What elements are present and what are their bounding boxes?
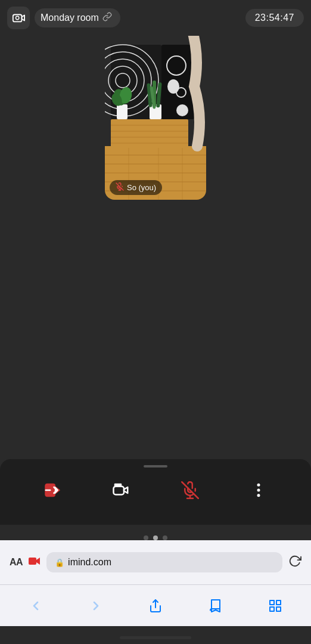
mic-toggle-button[interactable] (175, 475, 206, 506)
svg-rect-54 (276, 600, 281, 605)
controls-row (0, 475, 311, 506)
room-name-pill[interactable]: Monday room (35, 8, 120, 27)
svg-point-27 (176, 104, 188, 116)
top-bar: Monday room 23:54:47 (0, 0, 311, 36)
time-display: 23:54:47 (245, 9, 304, 27)
svg-point-25 (167, 79, 179, 94)
bookmarks-button[interactable] (202, 593, 228, 619)
svg-point-50 (257, 494, 260, 497)
svg-rect-55 (276, 607, 281, 611)
svg-rect-28 (117, 104, 127, 119)
browser-navigation (0, 584, 311, 626)
page-dot-2[interactable] (153, 535, 158, 540)
svg-point-1 (15, 16, 19, 20)
reload-button[interactable] (288, 555, 301, 571)
page-dots (0, 535, 311, 540)
forward-button[interactable] (83, 593, 109, 619)
svg-rect-0 (13, 15, 22, 22)
more-options-button[interactable] (243, 475, 274, 506)
share-button[interactable] (142, 593, 169, 619)
leave-button[interactable] (37, 475, 68, 506)
back-button[interactable] (23, 593, 49, 619)
browser-aa-button[interactable]: AA (10, 557, 23, 568)
link-icon (102, 12, 112, 24)
svg-point-49 (257, 489, 260, 492)
participant-tile: So (you) (105, 27, 206, 200)
page-dot-3[interactable] (163, 535, 167, 540)
camera-switch-button[interactable] (7, 7, 30, 29)
browser-video-icon (29, 556, 41, 569)
controls-panel (0, 459, 311, 525)
participant-label: So (you) (110, 180, 162, 195)
browser-url-bar[interactable]: 🔒 imind.com (46, 552, 282, 572)
svg-rect-56 (270, 607, 274, 611)
svg-rect-44 (114, 484, 122, 487)
svg-rect-43 (114, 487, 125, 495)
participant-name: So (you) (127, 183, 156, 192)
svg-rect-12 (111, 119, 188, 148)
video-area: So (you) (0, 36, 311, 191)
camera-toggle-button[interactable] (105, 475, 136, 506)
lock-icon: 🔒 (55, 558, 64, 567)
svg-rect-53 (270, 600, 274, 605)
tabs-button[interactable] (262, 593, 288, 619)
svg-point-48 (257, 484, 260, 487)
url-text: imind.com (68, 557, 111, 568)
home-indicator (120, 636, 191, 639)
browser-bar: AA 🔒 imind.com (0, 540, 311, 584)
room-name-text: Monday room (41, 13, 99, 23)
mic-muted-icon (116, 182, 124, 193)
svg-rect-51 (29, 558, 36, 565)
page-dot-1[interactable] (144, 535, 148, 540)
top-bar-left: Monday room (7, 7, 120, 29)
drag-handle[interactable] (144, 465, 167, 467)
